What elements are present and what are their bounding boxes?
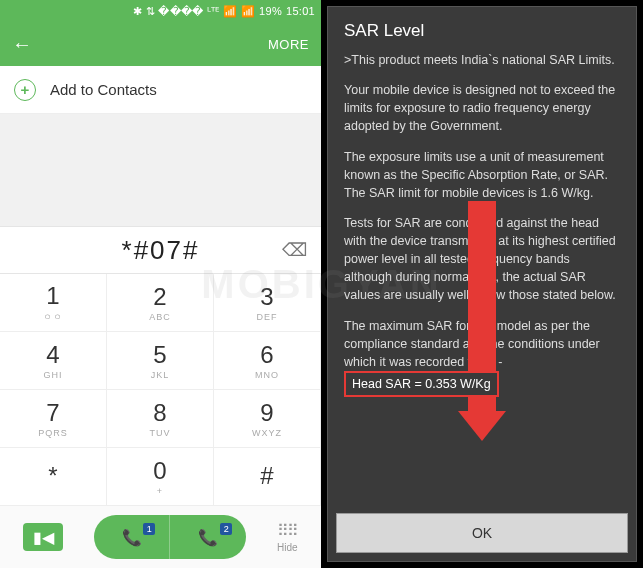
key-3[interactable]: 3DEF [214,274,321,332]
sar-text-5: The maximum SAR for this model as per th… [344,317,620,398]
key-sub: MNO [255,370,279,380]
key-sub: + [157,486,163,496]
key-*[interactable]: * [0,448,107,506]
key-sub: ABC [149,312,171,322]
status-time: 15:01 [286,5,315,17]
status-icons: ✱ ⇅ ���� ᴸᵀᴱ 📶 📶 [133,5,255,18]
sar-text-1: >This product meets India`s national SAR… [344,51,620,69]
app-bar: ← MORE [0,22,321,66]
key-digit: * [48,462,57,490]
key-4[interactable]: 4GHI [0,332,107,390]
dialed-number: *#07# [0,235,321,266]
more-button[interactable]: MORE [268,37,309,52]
key-sub: WXYZ [252,428,282,438]
key-digit: 2 [153,283,166,311]
dial-input-row: *#07# ⌫ [0,226,321,274]
key-8[interactable]: 8TUV [107,390,214,448]
sar-text-2: Your mobile device is designed not to ex… [344,81,620,135]
plus-icon: + [14,79,36,101]
keypad: 1ㅇㅇ2ABC3DEF4GHI5JKL6MNO7PQRS8TUV9WXYZ*0+… [0,274,321,506]
key-digit: 5 [153,341,166,369]
dialog-body[interactable]: >This product meets India`s national SAR… [328,51,636,505]
phone-icon: 📞 [198,528,218,547]
video-call-button[interactable]: ▮◀ [23,523,63,551]
key-9[interactable]: 9WXYZ [214,390,321,448]
status-battery: 19% [259,5,282,17]
sar-text-4: Tests for SAR are conducted against the … [344,214,620,305]
key-digit: 8 [153,399,166,427]
phone-icon: 📞 [122,528,142,547]
key-sub: ㅇㅇ [43,311,63,324]
key-sub: DEF [257,312,278,322]
dialer-spacer [0,114,321,226]
key-sub: JKL [151,370,170,380]
add-to-contacts-label: Add to Contacts [50,81,157,98]
key-6[interactable]: 6MNO [214,332,321,390]
backspace-icon[interactable]: ⌫ [282,239,307,261]
sar-text-3: The exposure limits use a unit of measur… [344,148,620,202]
video-icon: ▮◀ [33,528,54,547]
call-controls: ▮◀ 📞 1 📞 2 ⠿⠿ Hide [0,506,321,568]
hide-label: Hide [277,542,298,553]
key-sub: GHI [43,370,62,380]
key-0[interactable]: 0+ [107,448,214,506]
add-to-contacts-row[interactable]: + Add to Contacts [0,66,321,114]
key-2[interactable]: 2ABC [107,274,214,332]
call-sim2-button[interactable]: 📞 2 [170,515,246,559]
dialog-title: SAR Level [328,7,636,51]
key-sub: TUV [150,428,171,438]
key-sub: PQRS [38,428,68,438]
key-5[interactable]: 5JKL [107,332,214,390]
key-7[interactable]: 7PQRS [0,390,107,448]
key-digit: 4 [46,341,59,369]
sar-dialog: SAR Level >This product meets India`s na… [327,6,637,562]
status-bar: ✱ ⇅ ���� ᴸᵀᴱ 📶 📶 19% 15:01 [0,0,321,22]
key-digit: 3 [260,283,273,311]
key-digit: 6 [260,341,273,369]
key-digit: 1 [46,282,59,310]
grid-icon: ⠿⠿ [277,521,297,540]
key-digit: # [260,462,273,490]
back-icon[interactable]: ← [12,33,32,56]
hide-keypad-button[interactable]: ⠿⠿ Hide [277,521,298,553]
call-button-group: 📞 1 📞 2 [94,515,246,559]
key-#[interactable]: # [214,448,321,506]
head-sar-highlight: Head SAR = 0.353 W/Kg [344,371,499,397]
key-1[interactable]: 1ㅇㅇ [0,274,107,332]
sim2-badge: 2 [220,523,232,535]
key-digit: 0 [153,457,166,485]
ok-button[interactable]: OK [336,513,628,553]
call-sim1-button[interactable]: 📞 1 [94,515,170,559]
sim1-badge: 1 [143,523,155,535]
key-digit: 9 [260,399,273,427]
key-digit: 7 [46,399,59,427]
